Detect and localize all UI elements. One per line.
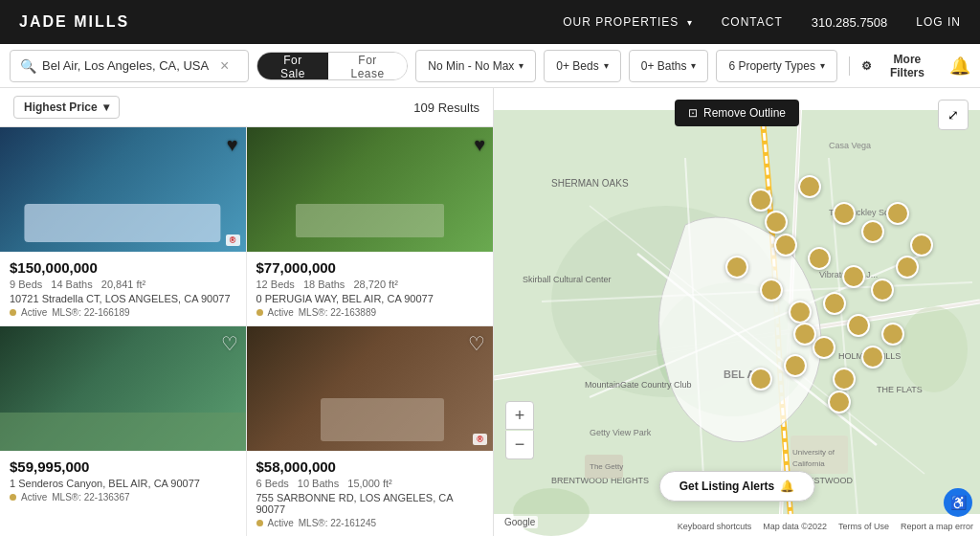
search-input[interactable] xyxy=(42,58,214,73)
clear-search-button[interactable]: × xyxy=(220,57,229,75)
zoom-in-button[interactable]: + xyxy=(505,401,534,430)
property-grid: ♥ ® $150,000,000 9 Beds 14 Baths 20,841 … xyxy=(0,127,493,536)
property-image xyxy=(247,326,494,451)
mls-text: MLS®: 22-136367 xyxy=(52,492,129,502)
price-filter-button[interactable]: No Min - No Max ▾ xyxy=(415,50,536,82)
sale-lease-tabs: For Sale For Lease xyxy=(256,52,408,80)
mls-text: MLS®: 22-163889 xyxy=(299,307,376,318)
expand-icon: ⤢ xyxy=(947,107,959,123)
property-address: 1 Senderos Canyon, BEL AIR, CA 90077 xyxy=(10,478,236,489)
mls-badge: ® xyxy=(473,434,487,445)
table-row[interactable]: ♡ ® $58,000,000 6 Beds 10 Baths 15,000 f… xyxy=(247,326,494,536)
svg-text:Skirball Cultural Center: Skirball Cultural Center xyxy=(523,275,612,284)
property-image-wrap: ♥ xyxy=(247,127,494,252)
table-row[interactable]: ♡ $59,995,000 1 Senderos Canyon, BEL AIR… xyxy=(0,326,247,536)
property-price: $59,995,000 xyxy=(10,458,236,475)
svg-text:Getty View Park: Getty View Park xyxy=(590,428,652,437)
property-image-wrap: ♡ ® xyxy=(247,326,494,451)
sqft-detail: 28,720 ft² xyxy=(353,279,397,290)
property-price: $77,000,000 xyxy=(256,259,484,276)
svg-text:University of: University of xyxy=(792,448,835,457)
favorite-button[interactable]: ♥ xyxy=(227,135,238,154)
property-info: $59,995,000 1 Senderos Canyon, BEL AIR, … xyxy=(0,451,246,510)
status-text: Active xyxy=(268,307,294,318)
svg-text:Vibrato Grill J...: Vibrato Grill J... xyxy=(819,270,878,279)
filter-divider xyxy=(849,56,850,76)
property-address: 0 PERUGIA WAY, BEL AIR, CA 90077 xyxy=(256,293,484,304)
filter-settings-icon: ⚙ xyxy=(861,59,872,73)
get-listing-alerts-button[interactable]: Get Listing Alerts 🔔 xyxy=(659,471,815,502)
property-price: $150,000,000 xyxy=(10,259,236,276)
svg-text:The Getty: The Getty xyxy=(590,462,623,471)
status-dot xyxy=(256,309,263,316)
main-nav: OUR PROPERTIES ▾ CONTACT 310.285.7508 LO… xyxy=(563,15,961,30)
property-image xyxy=(0,127,246,252)
login-link[interactable]: LOG IN xyxy=(916,15,961,29)
map-expand-button[interactable]: ⤢ xyxy=(938,100,969,130)
price-filter-arrow: ▾ xyxy=(519,60,523,71)
property-price: $58,000,000 xyxy=(256,458,484,475)
svg-text:Casa Vega: Casa Vega xyxy=(829,141,871,150)
property-info: $150,000,000 9 Beds 14 Baths 20,841 ft² … xyxy=(0,252,246,325)
favorite-button[interactable]: ♡ xyxy=(468,334,485,353)
zoom-out-button[interactable]: − xyxy=(505,431,534,459)
more-filters-button[interactable]: ⚙ More Filters xyxy=(861,53,938,79)
remove-outline-button[interactable]: ⊡ Remove Outline xyxy=(675,100,799,126)
map-footer-links: Keyboard shortcuts Map data ©2022 Terms … xyxy=(675,521,976,532)
status-dot xyxy=(10,494,16,501)
main-content: Highest Price ▾ 109 Results ♥ ® $150,000… xyxy=(0,88,980,536)
property-status: Active MLS®: 22-161245 xyxy=(256,518,484,528)
sqft-detail: 15,000 ft² xyxy=(347,478,391,489)
logo: JADE MILLS xyxy=(19,13,129,31)
property-image-wrap: ♥ ® xyxy=(0,127,246,252)
terms-link[interactable]: Terms of Use xyxy=(835,521,892,532)
search-icon: 🔍 xyxy=(20,58,36,74)
mls-text: MLS®: 22-161245 xyxy=(299,518,376,528)
properties-dropdown-arrow: ▾ xyxy=(687,17,693,28)
beds-filter-arrow: ▾ xyxy=(604,60,609,71)
beds-detail: 6 Beds xyxy=(256,478,289,489)
svg-text:California: California xyxy=(792,459,825,468)
svg-point-27 xyxy=(901,306,968,392)
map-data-link[interactable]: Map data ©2022 xyxy=(760,521,830,532)
map-zoom-controls: + − xyxy=(505,401,534,459)
mls-badge: ® xyxy=(226,234,240,246)
beds-detail: 12 Beds xyxy=(256,279,295,290)
sort-button[interactable]: Highest Price ▾ xyxy=(13,96,120,119)
nav-properties[interactable]: OUR PROPERTIES ▾ xyxy=(563,15,692,29)
search-bar: 🔍 × For Sale For Lease No Min - No Max ▾… xyxy=(0,44,980,88)
baths-filter-button[interactable]: 0+ Baths ▾ xyxy=(629,50,709,82)
beds-filter-button[interactable]: 0+ Beds ▾ xyxy=(544,50,620,82)
map-background: SHERMAN OAKS Casa Vega Skirball Cultural… xyxy=(494,88,980,536)
baths-detail: 10 Baths xyxy=(298,478,339,489)
table-row[interactable]: ♥ $77,000,000 12 Beds 18 Baths 28,720 ft… xyxy=(247,127,494,326)
map-panel: SHERMAN OAKS Casa Vega Skirball Cultural… xyxy=(494,88,980,536)
report-error-link[interactable]: Report a map error xyxy=(898,521,976,532)
nav-contact[interactable]: CONTACT xyxy=(722,15,783,29)
accessibility-button[interactable]: ♿ xyxy=(944,488,972,517)
status-text: Active xyxy=(21,307,47,318)
favorite-button[interactable]: ♥ xyxy=(474,135,485,154)
property-address: 755 SARBONNE RD, LOS ANGELES, CA 90077 xyxy=(256,492,484,515)
tab-for-lease[interactable]: For Lease xyxy=(328,53,407,80)
svg-text:BEL AIR: BEL AIR xyxy=(724,368,765,380)
sqft-detail: 20,841 ft² xyxy=(101,279,145,290)
keyboard-shortcuts-link[interactable]: Keyboard shortcuts xyxy=(675,521,755,532)
google-logo: Google xyxy=(501,516,538,528)
svg-text:SHERMAN OAKS: SHERMAN OAKS xyxy=(551,178,629,189)
accessibility-icon: ♿ xyxy=(950,495,967,510)
property-image xyxy=(247,127,494,252)
svg-text:THE FLATS: THE FLATS xyxy=(877,385,923,394)
status-dot xyxy=(256,520,263,526)
results-header: Highest Price ▾ 109 Results xyxy=(0,88,493,127)
svg-text:HOLMBY HILLS: HOLMBY HILLS xyxy=(838,351,901,361)
property-details: 9 Beds 14 Baths 20,841 ft² xyxy=(10,279,236,290)
property-image-wrap: ♡ xyxy=(0,326,246,451)
property-types-filter-button[interactable]: 6 Property Types ▾ xyxy=(716,50,837,82)
tab-for-sale[interactable]: For Sale xyxy=(257,53,328,80)
header: JADE MILLS OUR PROPERTIES ▾ CONTACT 310.… xyxy=(0,0,980,44)
favorite-button[interactable]: ♡ xyxy=(221,334,238,353)
property-details: 12 Beds 18 Baths 28,720 ft² xyxy=(256,279,484,290)
table-row[interactable]: ♥ ® $150,000,000 9 Beds 14 Baths 20,841 … xyxy=(0,127,247,326)
notification-bell-button[interactable]: 🔔 xyxy=(949,56,970,77)
